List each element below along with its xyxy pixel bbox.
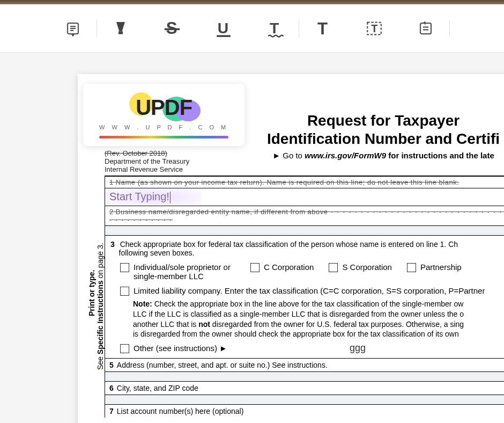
dept-line-2: Internal Revenue Service: [105, 165, 206, 173]
checkbox-label: Other (see instructions) ►: [134, 344, 227, 353]
document-canvas: UPDF W W W . U P D F . C O M (Rev. Octob…: [0, 53, 504, 423]
checkbox-individual[interactable]: Individual/sole proprietor or single-mem…: [120, 262, 235, 281]
title-line-2: Identification Number and Certifi: [267, 130, 500, 147]
goto-suffix: for instructions and the late: [386, 151, 494, 160]
checkbox-label: S Corporation: [342, 262, 392, 272]
text-tool-icon[interactable]: T: [309, 14, 337, 42]
revision-text: (Rev. October 2018): [105, 149, 206, 157]
form-header-right: Request for Taxpayer Identification Numb…: [206, 101, 504, 173]
checkbox-llc[interactable]: Limited liability company. Enter the tax…: [120, 286, 504, 296]
toolbar-separator: [299, 20, 299, 37]
dept-line-1: Department of the Treasury: [105, 157, 206, 165]
toolbar-separator: [449, 20, 450, 37]
checkbox-c-corp[interactable]: C Corporation: [250, 262, 314, 272]
llc-note: Note: Check the appropriate box in the l…: [133, 299, 504, 340]
textbox-tool-icon[interactable]: T: [360, 14, 388, 42]
side-label-area: Print or type. See Specific Instructions…: [83, 177, 105, 418]
svg-text:T: T: [270, 19, 279, 37]
name-input-value: Start Typing!: [109, 191, 169, 202]
logo-word-text: UPDF: [136, 96, 192, 119]
city-state-zip-field[interactable]: [105, 395, 504, 405]
checkbox-other[interactable]: Other (see instructions) ► ggg: [120, 342, 504, 354]
print-or-type-label: Print or type.: [87, 270, 96, 316]
line-3-label: 3 Check appropriate box for federal tax …: [110, 240, 504, 257]
logo-text: UPDF: [136, 96, 192, 120]
checkbox-icon[interactable]: [407, 263, 416, 272]
window-top-bar: [0, 0, 504, 4]
pdf-page[interactable]: UPDF W W W . U P D F . C O M (Rev. Octob…: [78, 74, 504, 423]
checkbox-icon[interactable]: [120, 263, 129, 272]
other-input-value[interactable]: ggg: [350, 342, 366, 354]
name-input-field[interactable]: Start Typing!: [105, 188, 504, 206]
strikethrough-tool-icon[interactable]: S: [158, 14, 186, 42]
checkbox-icon[interactable]: [120, 344, 129, 353]
checkbox-label: Partnership: [420, 262, 462, 272]
svg-text:U: U: [218, 19, 228, 37]
line-5-label: 5Address (number, street, and apt. or su…: [105, 359, 504, 372]
squiggly-tool-icon[interactable]: T: [261, 14, 289, 42]
checkbox-label: Limited liability company. Enter the tax…: [134, 286, 485, 296]
checkbox-row-1: Individual/sole proprietor or single-mem…: [120, 262, 504, 281]
section-3: 3 Check appropriate box for federal tax …: [105, 236, 504, 359]
highlighter-tool-icon[interactable]: [107, 14, 135, 42]
toolbar-separator: [97, 20, 97, 37]
svg-rect-13: [420, 23, 431, 34]
annotation-toolbar: S U T T T: [0, 4, 504, 53]
form-body: Print or type. See Specific Instructions…: [83, 177, 504, 418]
form-title: Request for Taxpayer Identification Numb…: [206, 112, 504, 148]
checkbox-partnership[interactable]: Partnership: [407, 262, 462, 272]
line-1-label: 1 Name (as shown on your income tax retu…: [105, 177, 504, 188]
see-instructions-label: See Specific Instructions on page 3.: [96, 243, 105, 370]
checkbox-label: Individual/sole proprietor or single-mem…: [134, 262, 235, 281]
checkbox-label: C Corporation: [264, 262, 314, 272]
title-line-1: Request for Taxpayer: [307, 112, 459, 129]
address-field[interactable]: [105, 372, 504, 382]
checkbox-icon[interactable]: [120, 287, 129, 296]
goto-line: ► Go to www.irs.gov/FormW9 for instructi…: [206, 151, 504, 160]
business-name-field[interactable]: [105, 226, 504, 236]
svg-text:T: T: [371, 23, 377, 34]
logo-url: W W W . U P D F . C O M: [99, 124, 228, 130]
svg-rect-4: [118, 31, 123, 34]
underline-tool-icon[interactable]: U: [210, 14, 238, 42]
line-2-label: 2 Business name/disregarded entity name,…: [105, 206, 504, 226]
goto-url: www.irs.gov/FormW9: [305, 151, 386, 160]
note-tool-icon[interactable]: [59, 14, 87, 42]
sticky-tool-icon[interactable]: [412, 14, 440, 42]
logo-underline: [99, 136, 228, 138]
checkbox-icon[interactable]: [329, 263, 338, 272]
svg-text:T: T: [317, 19, 328, 38]
line-7-label: 7List account number(s) here (optional): [105, 405, 504, 418]
checkbox-s-corp[interactable]: S Corporation: [329, 262, 392, 272]
form-lines: 1 Name (as shown on your income tax retu…: [105, 177, 504, 418]
updf-watermark: UPDF W W W . U P D F . C O M: [83, 84, 244, 146]
text-cursor: [170, 192, 171, 203]
goto-prefix: ► Go to: [272, 151, 305, 160]
line-6-label: 6City, state, and ZIP code: [105, 382, 504, 395]
checkbox-icon[interactable]: [250, 263, 260, 272]
